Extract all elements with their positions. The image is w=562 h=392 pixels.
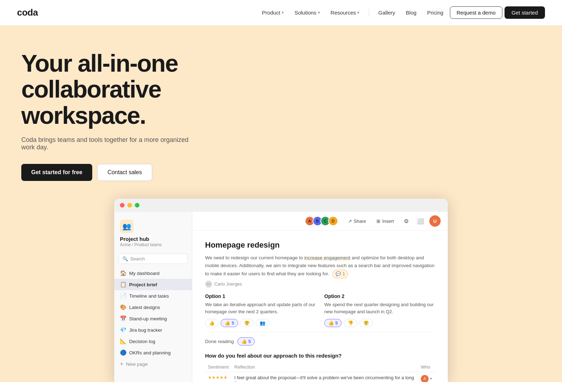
workspace-sub: Acme / Product teams bbox=[120, 242, 186, 247]
main-content: A B C D ↗ Share ⊞ Insert ⚙ ⬜ U bbox=[192, 212, 448, 382]
reaction-active-1[interactable]: 👍 5 bbox=[221, 319, 238, 327]
sidebar-item-label: OKRs and planning bbox=[129, 350, 171, 355]
maximize-dot[interactable] bbox=[135, 203, 139, 208]
nav-divider bbox=[369, 9, 369, 17]
option-1-reactions: 👍 👍 5 😤 👥 bbox=[205, 319, 316, 327]
nav-gallery[interactable]: Gallery bbox=[374, 7, 400, 18]
chevron-down-icon: ▾ bbox=[357, 10, 359, 15]
divider-1 bbox=[205, 332, 435, 332]
respondent-avatar-1: A bbox=[421, 375, 429, 382]
nav-solutions[interactable]: Solutions ▾ bbox=[290, 7, 324, 18]
hero-subtitle: Coda brings teams and tools together for… bbox=[21, 136, 199, 151]
sidebar-item-okrs[interactable]: 🔵 OKRs and planning bbox=[114, 347, 192, 358]
sidebar-item-label: My dashboard bbox=[129, 271, 160, 276]
add-new-page[interactable]: + New page bbox=[114, 358, 192, 370]
app-window: 👥 Project hub Acme / Product teams 🔍 Sea… bbox=[114, 199, 448, 382]
done-reading-label: Done reading bbox=[205, 339, 234, 344]
option-1-title: Option 1 bbox=[205, 293, 316, 299]
sidebar-item-label: Decision log bbox=[129, 339, 155, 344]
insert-icon: ⊞ bbox=[376, 219, 380, 224]
workspace-icon: 👥 bbox=[120, 220, 133, 233]
new-page-label: New page bbox=[126, 361, 148, 367]
sidebar-item-designs[interactable]: 🎨 Latest designs bbox=[114, 302, 192, 313]
sidebar-item-label: Timeline and tasks bbox=[129, 293, 169, 299]
nav-blog[interactable]: Blog bbox=[402, 7, 421, 18]
survey-who-1: A ▾ bbox=[418, 372, 435, 382]
comment-user-row: CJ Carlo Joerges bbox=[205, 281, 435, 288]
chevron-down-icon: ▾ bbox=[318, 10, 320, 15]
decision-icon: 📐 bbox=[120, 338, 126, 344]
options-row: Option 1 We take an iterative approach a… bbox=[205, 293, 435, 327]
sidebar-item-brief[interactable]: 📋 Project brief bbox=[114, 279, 192, 290]
minimize-dot[interactable] bbox=[127, 203, 132, 208]
nav-pricing[interactable]: Pricing bbox=[423, 7, 448, 18]
commenter-name: Carlo Joerges bbox=[214, 282, 242, 287]
doc-intro: We need to redesign our current homepage… bbox=[205, 254, 435, 278]
nav-product[interactable]: Product ▾ bbox=[258, 7, 288, 18]
share-button[interactable]: ↗ Share bbox=[345, 217, 370, 226]
request-demo-button[interactable]: Request a demo bbox=[450, 6, 502, 19]
highlighted-text: increase engagement bbox=[304, 255, 351, 260]
settings-button[interactable]: ⚙ bbox=[401, 216, 412, 226]
window-titlebar bbox=[114, 199, 448, 212]
survey-stars-1: ★★★★★ bbox=[205, 372, 232, 382]
close-dot[interactable] bbox=[120, 203, 125, 208]
share-icon: ↗ bbox=[348, 219, 352, 224]
sidebar-item-timeline[interactable]: 📄 Timeline and tasks bbox=[114, 290, 192, 302]
reaction-angry-2[interactable]: 😤 bbox=[359, 319, 373, 327]
sidebar-item-decisions[interactable]: 📐 Decision log bbox=[114, 336, 192, 347]
option-1-card: Option 1 We take an iterative approach a… bbox=[205, 293, 316, 327]
done-reading-button[interactable]: 👍 5 bbox=[237, 337, 255, 346]
survey-text-1: I feel great about the proposal—it'll so… bbox=[232, 372, 418, 382]
plus-icon: + bbox=[120, 361, 123, 367]
sidebar-search-bar[interactable]: 🔍 Search bbox=[119, 254, 188, 264]
reaction-thumbsdown-2[interactable]: 👎 bbox=[344, 319, 357, 327]
survey-table: Sentiment Reflection Who ★★★★★ I feel gr… bbox=[205, 363, 435, 382]
nav-resources[interactable]: Resources ▾ bbox=[326, 7, 364, 18]
user-avatar: U bbox=[429, 215, 441, 227]
option-2-reactions: 👍 5 👎 😤 bbox=[324, 319, 435, 327]
designs-icon: 🎨 bbox=[120, 304, 126, 310]
navbar: coda Product ▾ Solutions ▾ Resources ▾ G… bbox=[0, 0, 562, 26]
sidebar-item-label: Jira bug tracker bbox=[129, 327, 162, 333]
option-2-card: Option 2 We spend the next quarter desig… bbox=[324, 293, 435, 327]
jira-icon: 💎 bbox=[120, 327, 126, 333]
option-2-text: We spend the next quarter designing and … bbox=[324, 301, 435, 315]
doc-body: Homepage redesign We need to redesign ou… bbox=[192, 231, 448, 382]
reaction-active-2[interactable]: 👍 5 bbox=[324, 319, 342, 327]
workspace-name: Project hub bbox=[120, 236, 186, 242]
sidebar-item-label: Project brief bbox=[129, 282, 157, 287]
insert-button[interactable]: ⊞ Insert bbox=[373, 217, 397, 226]
chevron-down-icon: ▾ bbox=[282, 10, 284, 15]
sidebar-item-dashboard[interactable]: 🏠 My dashboard bbox=[114, 267, 192, 279]
survey-row-1: ★★★★★ I feel great about the proposal—it… bbox=[205, 372, 435, 382]
comment-bubble[interactable]: 💬 1 bbox=[332, 270, 348, 278]
contact-sales-button[interactable]: Contact sales bbox=[97, 164, 152, 181]
comment-icon: 💬 bbox=[336, 271, 341, 277]
doc-title: Homepage redesign bbox=[205, 241, 435, 250]
timeline-icon: 📄 bbox=[120, 293, 126, 299]
dropdown-icon[interactable]: ▾ bbox=[430, 376, 432, 381]
avatar-4: D bbox=[328, 216, 338, 226]
reaction-group-1[interactable]: 👥 bbox=[256, 319, 269, 327]
done-reading-row: Done reading 👍 5 bbox=[205, 337, 435, 346]
more-options-button[interactable]: ⬜ bbox=[415, 216, 426, 226]
sidebar-item-jira[interactable]: 💎 Jira bug tracker bbox=[114, 324, 192, 336]
get-started-button[interactable]: Get started bbox=[505, 6, 545, 19]
survey-col-reflection: Reflection bbox=[232, 363, 418, 372]
window-body: 👥 Project hub Acme / Product teams 🔍 Sea… bbox=[114, 212, 448, 382]
reaction-angry-1[interactable]: 😤 bbox=[240, 319, 254, 327]
hero-buttons: Get started for free Contact sales bbox=[21, 164, 152, 181]
survey-col-sentiment: Sentiment bbox=[205, 363, 232, 372]
sidebar-item-standup[interactable]: 📅 Stand-up meeting bbox=[114, 313, 192, 324]
get-started-free-button[interactable]: Get started for free bbox=[21, 164, 92, 181]
okrs-icon: 🔵 bbox=[120, 349, 126, 356]
search-icon: 🔍 bbox=[122, 256, 128, 261]
option-1-text: We take an iterative approach and update… bbox=[205, 301, 316, 315]
sidebar-item-label: Stand-up meeting bbox=[129, 316, 167, 321]
option-2-title: Option 2 bbox=[324, 293, 435, 299]
logo[interactable]: coda bbox=[17, 7, 38, 18]
reaction-thumbsup-1[interactable]: 👍 bbox=[205, 319, 219, 327]
collaborator-avatars: A B C D bbox=[305, 216, 338, 226]
sidebar-item-label: Latest designs bbox=[129, 305, 160, 310]
